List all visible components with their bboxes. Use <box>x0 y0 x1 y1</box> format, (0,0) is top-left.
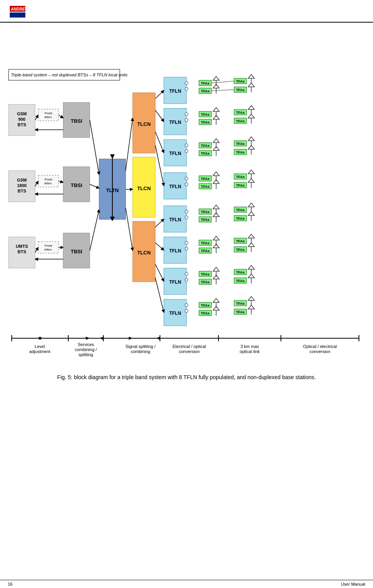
figure-caption: Fig. 5: block diagram for a triple band … <box>23 373 350 381</box>
svg-marker-94 <box>213 236 219 240</box>
page-number: 16 <box>8 582 12 586</box>
svg-text:Atten.: Atten. <box>44 182 53 185</box>
tfax-3-4: TFAx <box>236 150 245 154</box>
svg-marker-58 <box>213 139 219 143</box>
svg-text:conversion: conversion <box>309 349 330 354</box>
tfax-2-1: TFAx <box>201 113 210 117</box>
svg-marker-180 <box>99 337 103 340</box>
svg-point-166 <box>185 304 188 307</box>
tfax-3-1: TFAx <box>201 144 210 148</box>
svg-point-164 <box>185 272 188 275</box>
fixed-atten-3: Fixed <box>44 244 52 247</box>
tfax-4-2: TFAx <box>201 185 210 189</box>
tfax-2-2: TFAx <box>201 120 210 124</box>
tfax-4-3: TFAx <box>236 175 245 179</box>
svg-text:900: 900 <box>18 117 25 122</box>
svg-line-130 <box>35 181 38 186</box>
svg-marker-64 <box>248 137 254 141</box>
tfax-3-2: TFAx <box>201 152 210 155</box>
tfln-1-label: TFLN <box>169 88 181 94</box>
logo: ANDREW <box>8 4 27 19</box>
svg-line-168 <box>211 81 234 83</box>
svg-marker-100 <box>248 234 254 238</box>
svg-point-165 <box>185 278 188 281</box>
fixed-atten-2: Fixed <box>44 178 52 181</box>
svg-text:Atten.: Atten. <box>44 115 53 119</box>
main-content: Triple-band system – not duplexed BTSs –… <box>0 23 373 393</box>
tfax-6-1: TFAx <box>201 241 210 245</box>
tfax-1-2: TFAx <box>201 89 210 93</box>
tfax-7-3: TFAx <box>236 270 245 274</box>
svg-point-160 <box>185 210 188 213</box>
svg-marker-82 <box>213 205 219 209</box>
tfax-5-2: TFAx <box>201 218 210 222</box>
svg-text:optical link: optical link <box>240 349 260 354</box>
tfax-8-1: TFAx <box>201 304 210 307</box>
svg-text:combining: combining <box>131 349 150 354</box>
svg-text:Atten.: Atten. <box>44 248 53 251</box>
timeline-label-5: 3 km max <box>240 344 259 349</box>
fixed-atten-1: Fixed <box>44 111 52 115</box>
tfln-6-label: TFLN <box>169 248 181 254</box>
svg-text:splitting: splitting <box>78 352 93 357</box>
gsm1800-label: GSM <box>17 178 27 182</box>
svg-marker-40 <box>248 74 254 78</box>
svg-marker-118 <box>213 298 219 302</box>
tfax-7-4: TFAx <box>236 279 245 283</box>
svg-line-151 <box>155 278 164 313</box>
svg-point-158 <box>185 177 188 180</box>
svg-marker-88 <box>248 203 254 207</box>
svg-line-169 <box>211 90 234 91</box>
timeline-label-6: Optical / electrical <box>303 344 337 349</box>
svg-rect-16 <box>38 242 59 253</box>
tbsi-2-label: TBSI <box>71 182 82 188</box>
svg-line-141 <box>126 118 133 171</box>
tfax-4-4: TFAx <box>236 184 245 187</box>
tfax-8-3: TFAx <box>236 302 245 305</box>
svg-marker-34 <box>213 76 219 80</box>
svg-line-140 <box>90 210 99 251</box>
svg-line-143 <box>126 208 133 251</box>
svg-point-161 <box>185 216 188 219</box>
svg-marker-124 <box>248 297 254 300</box>
svg-point-154 <box>185 113 188 116</box>
svg-line-148 <box>155 219 164 227</box>
svg-point-155 <box>185 118 188 122</box>
tfax-7-2: TFAx <box>201 280 210 284</box>
tfax-5-3: TFAx <box>236 208 245 212</box>
tfax-6-4: TFAx <box>236 248 245 252</box>
tfln-5-label: TFLN <box>169 217 181 222</box>
document-title: User Manual <box>341 582 365 586</box>
svg-text:BTS: BTS <box>18 249 26 254</box>
svg-marker-76 <box>248 170 254 174</box>
tbsi-3-label: TBSI <box>71 249 82 254</box>
gsm900-label: GSM <box>17 111 27 116</box>
svg-text:ANDREW: ANDREW <box>11 7 27 11</box>
block-diagram: Triple-band system – not duplexed BTSs –… <box>8 26 365 366</box>
tfax-7-1: TFAx <box>201 272 210 276</box>
tfax-2-3: TFAx <box>236 111 245 115</box>
svg-line-131 <box>35 247 38 253</box>
svg-line-149 <box>155 243 164 250</box>
logo-flag-icon: ANDREW <box>8 4 27 19</box>
tlcn-3-label: TLCN <box>137 250 151 256</box>
svg-marker-1 <box>10 12 25 18</box>
tfax-3-3: TFAx <box>236 142 245 146</box>
svg-point-163 <box>185 247 188 250</box>
tfln-2-label: TFLN <box>169 120 181 125</box>
legend-text: Triple-band system – not duplexed BTSs –… <box>11 72 128 77</box>
svg-marker-179 <box>86 337 90 340</box>
tfax-8-2: TFAx <box>201 311 210 315</box>
svg-rect-12 <box>38 109 59 121</box>
timeline-label-1: Level <box>35 344 45 349</box>
svg-point-159 <box>185 183 188 186</box>
svg-line-146 <box>155 132 164 153</box>
tfax-5-4: TFAx <box>236 217 245 221</box>
svg-marker-112 <box>248 265 254 269</box>
tlcn-1-label: TLCN <box>137 121 151 127</box>
svg-text:adjustment: adjustment <box>29 349 50 354</box>
svg-marker-183 <box>156 337 160 340</box>
svg-point-152 <box>185 81 188 85</box>
svg-marker-182 <box>129 337 133 340</box>
svg-point-153 <box>185 87 188 90</box>
